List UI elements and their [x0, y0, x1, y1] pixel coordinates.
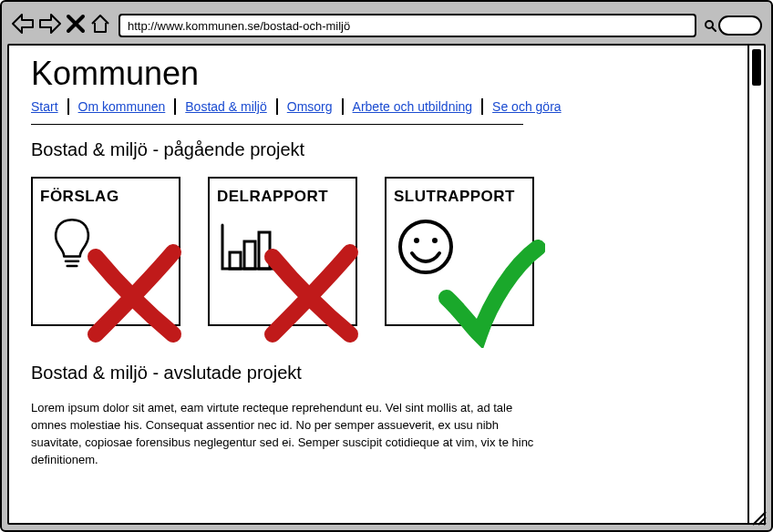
project-cards: FÖRSLAG DELRAPPORT: [31, 177, 726, 326]
card-title: SLUTRAPPORT: [394, 188, 525, 206]
divider: [31, 124, 523, 125]
card-forslag[interactable]: FÖRSLAG: [31, 177, 180, 326]
completed-heading: Bostad & miljö - avslutade projekt: [31, 363, 726, 384]
svg-point-6: [432, 238, 438, 243]
svg-rect-1: [230, 252, 241, 269]
card-title: FÖRSLAG: [40, 188, 171, 206]
scroll-thumb[interactable]: [752, 49, 761, 86]
nav-link-bostad-miljo[interactable]: Bostad & miljö: [176, 99, 275, 114]
main-nav: Start Om kommunen Bostad & miljö Omsorg …: [31, 98, 726, 115]
nav-link-omsorg[interactable]: Omsorg: [278, 99, 342, 114]
barchart-icon: [217, 215, 281, 279]
card-delrapport[interactable]: DELRAPPORT: [208, 177, 357, 326]
card-slutrapport[interactable]: SLUTRAPPORT: [385, 177, 534, 326]
page-content: Kommunen Start Om kommunen Bostad & milj…: [9, 46, 747, 523]
search-box[interactable]: [704, 15, 762, 36]
browser-toolbar: http://www.kommunen.se/bostad-och-miljö: [7, 7, 766, 44]
resize-grip-icon[interactable]: [751, 510, 768, 527]
svg-rect-2: [244, 241, 255, 269]
svg-point-4: [400, 221, 451, 272]
home-icon[interactable]: [89, 13, 111, 38]
scrollbar[interactable]: [747, 46, 764, 523]
nav-buttons: [11, 13, 111, 38]
back-icon[interactable]: [11, 13, 35, 38]
url-text: http://www.kommunen.se/bostad-och-miljö: [128, 19, 350, 33]
svg-rect-3: [259, 232, 270, 269]
nav-link-om-kommunen[interactable]: Om kommunen: [69, 99, 175, 114]
viewport: Kommunen Start Om kommunen Bostad & milj…: [7, 44, 766, 525]
nav-link-start[interactable]: Start: [31, 99, 67, 114]
stop-icon[interactable]: [66, 14, 86, 37]
site-title: Kommunen: [31, 55, 726, 93]
forward-icon[interactable]: [38, 13, 62, 38]
smiley-icon: [394, 215, 458, 279]
search-icon: [704, 19, 716, 32]
nav-link-se-och-gora[interactable]: Se och göra: [483, 99, 571, 114]
url-bar[interactable]: http://www.kommunen.se/bostad-och-miljö: [119, 14, 696, 37]
lightbulb-icon: [40, 215, 104, 279]
card-title: DELRAPPORT: [217, 188, 348, 206]
browser-window: http://www.kommunen.se/bostad-och-miljö …: [0, 0, 773, 532]
svg-point-5: [414, 238, 419, 243]
completed-body: Lorem ipsum dolor sit amet, eam virtute …: [31, 400, 541, 468]
ongoing-heading: Bostad & miljö - pågående projekt: [31, 139, 726, 160]
nav-link-arbete[interactable]: Arbete och utbildning: [344, 99, 482, 114]
